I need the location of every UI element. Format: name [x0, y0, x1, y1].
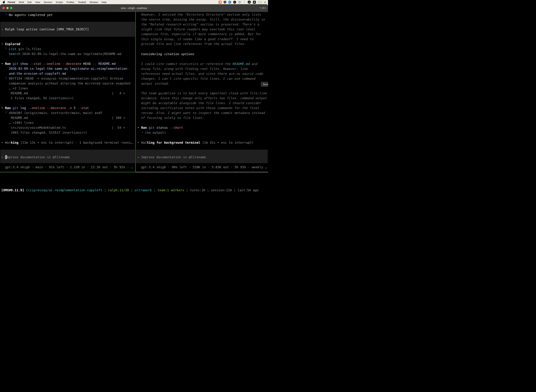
terminal-line: provide file and line references from th… [136, 42, 268, 46]
menu-items: iTerm2ShellEditViewSessionScriptsProfile… [6, 1, 108, 4]
terminal-line: └ (no output) [136, 130, 268, 135]
terminal-line: The team guideline is to back every impo… [136, 91, 268, 96]
status-segment: ultrawork [135, 188, 152, 192]
status-segment: | [102, 188, 108, 192]
terminal-line: gpt-5.4 xhigh · main · 91% left · 2.31M … [0, 165, 135, 170]
terminal-line: … +1901 lines [0, 120, 135, 125]
status-segment: | [232, 188, 238, 192]
terminal-line: changes, I can't cite specific file line… [136, 76, 268, 81]
status-segment: | [205, 188, 211, 192]
menu-item-shell[interactable]: Shell [17, 1, 26, 4]
terminal-line: └ 067f154 (HEAD -> essay/ai-reimplementa… [0, 76, 135, 81]
terminal-line: 2 files changed, 92 insertions(+) [0, 96, 135, 101]
terminal-line: I could cite commit statistics or refere… [136, 61, 268, 66]
terminal-line: README.md | 280 + [0, 115, 135, 120]
terminal-line: output instead. [136, 81, 268, 86]
terminal-line: Search 2026-03-09-is-legal-the-same-as-l… [0, 51, 135, 56]
screen-overlay-button[interactable]: Scre [261, 82, 268, 86]
terminal-line: └ No agents completed yet [0, 13, 135, 17]
terminal-line: the "Related research writing" section i… [136, 22, 268, 27]
left-pane-bottom-border [0, 172, 136, 172]
menu-item-help[interactable]: Help [100, 1, 108, 4]
menu-item-iterm2[interactable]: iTerm2 [6, 1, 17, 4]
apple-menu-icon[interactable] [3, 1, 5, 3]
terminal-line: • Ran git status --short [136, 125, 268, 130]
terminal-line: › Ralph loop active continue [OMX_TMUX_I… [0, 27, 135, 32]
shield-grid-icon[interactable] [224, 1, 226, 4]
status-segment: | [129, 188, 135, 192]
terminal-line: 2026-03-09-is-legal-the-same-as-legitima… [0, 66, 135, 71]
right-agent-pane[interactable]: However, I noticed the "Directory Struct… [136, 12, 268, 172]
terminal-line: might be acceptable alongside the file l… [136, 101, 268, 106]
terminal-line: › Improve documentation in @filename [136, 155, 268, 160]
hook-squiggle-icon[interactable]: ʃ [243, 0, 246, 4]
wifi-icon[interactable] [263, 1, 267, 3]
terminal-line: review. Also, I might want to inspect th… [136, 111, 268, 115]
menu-item-window[interactable]: Window [88, 1, 100, 4]
terminal-line: evidence. Since this change only affects… [136, 96, 268, 101]
terminal-line: README.md | 4 + [0, 91, 135, 96]
menu-bar-status-icons: ⚡◗ʃ..61A⚡ [219, 0, 267, 4]
terminal-line: gpt-5.4 xhigh · 96% left · 520K in · 5.8… [136, 165, 268, 170]
menu-item-scripts[interactable]: Scripts [54, 1, 65, 4]
terminal-line: • Working (11m 13s • esc to interrupt) ·… [0, 140, 135, 145]
terminal-line: the source tree, missing the essay. Stil… [136, 17, 268, 22]
terminal-line: 1903 files changed, 513517 insertions(+) [0, 130, 135, 135]
terminal-line: Considering citation options [136, 52, 268, 56]
window-title: omx --xhigh --madmax [0, 4, 268, 12]
status-segment: [OMX#0.11.9] [1, 188, 24, 192]
terminal-line: companion analysis without altering the … [0, 81, 135, 86]
terminal-line: … +2 lines [0, 86, 135, 91]
terminal-line: └ 4b9d30f (origin/main, instructkr/main,… [0, 111, 135, 115]
orange-chat-app-icon[interactable] [219, 1, 222, 4]
status-segment: ralph:11/20 [108, 188, 129, 192]
terminal-line: this single essay, it seems like a good … [136, 37, 268, 42]
battery-charging-icon[interactable]: ⚡ [258, 1, 262, 3]
menu-item-view[interactable]: View [34, 1, 42, 4]
omx-status-bar: [OMX#0.11.9] cczip/essay/ai-reimplementa… [0, 188, 268, 193]
status-segment: | [184, 188, 190, 192]
terminal: └ No agents completed yet› Ralph loop ac… [0, 12, 268, 196]
menu-item-session[interactable]: Session [42, 1, 54, 4]
terminal-line: • Ran git show --stat --oneline --decora… [0, 61, 135, 66]
desktop: iTerm2ShellEditViewSessionScriptsProfile… [0, 0, 268, 196]
terminal-line: However, I noticed the "Directory Struct… [136, 12, 268, 17]
input-source-a-icon[interactable]: A [253, 1, 256, 4]
terminal-line: › Improve documentation in @filename [0, 155, 135, 160]
window-shortcut-badge: ⌥⌘1 [259, 4, 266, 12]
status-segment: | [152, 188, 158, 192]
menu-item-profiles[interactable]: Profiles [65, 1, 76, 4]
terminal-line: • Waiting for background terminal (1m 41… [136, 140, 268, 145]
status-segment: last:5m ago [238, 188, 258, 192]
left-agent-pane[interactable]: └ No agents completed yet› Ralph loop ac… [0, 12, 135, 172]
status-segment: cczip/essay/ai-reimplementation-copyleft [24, 188, 102, 192]
terminal-line: src/voice/voiceModeEnabled.ts | 54 + [0, 125, 135, 130]
window-title-bar[interactable]: omx --xhigh --madmax ⌥⌘1 [0, 4, 268, 12]
terminal-line: slight risk that future readers may over… [136, 27, 268, 32]
menu-item-edit[interactable]: Edit [26, 1, 33, 4]
menu-item-toolbelt[interactable]: Toolbelt [76, 1, 88, 4]
terminal-line: of focusing solely on file lines. [136, 115, 268, 120]
blue-bolt-badge-icon[interactable]: ⚡ [228, 1, 231, 4]
macos-menu-bar: iTerm2ShellEditViewSessionScriptsProfile… [0, 0, 268, 4]
status-segment: turns:10 [190, 188, 205, 192]
terminal-line: └ List git ls-files [0, 47, 135, 51]
terminal-line: including verification notes with those … [136, 106, 268, 111]
dots-grid-icon[interactable] [238, 1, 241, 4]
terminal-line: companion file, especially if more comme… [136, 32, 268, 37]
dark-crescent-disc-icon[interactable]: ◗ [233, 1, 236, 4]
status-segment: session:12m [211, 188, 232, 192]
terminal-line: • Explored [0, 42, 135, 47]
badge-61-icon[interactable]: ..61 [248, 0, 251, 4]
right-pane-bottom-border [136, 172, 268, 172]
status-segment: team:1 workers [158, 188, 184, 192]
terminal-line: and-the-erosion-of-copyleft.md [0, 71, 135, 76]
terminal-line: essay file, along with finding root file… [136, 66, 268, 71]
terminal-line: • Ran git log --oneline --decorate -n 5 … [0, 106, 135, 111]
terminal-line: references need actual files, and since … [136, 71, 268, 76]
